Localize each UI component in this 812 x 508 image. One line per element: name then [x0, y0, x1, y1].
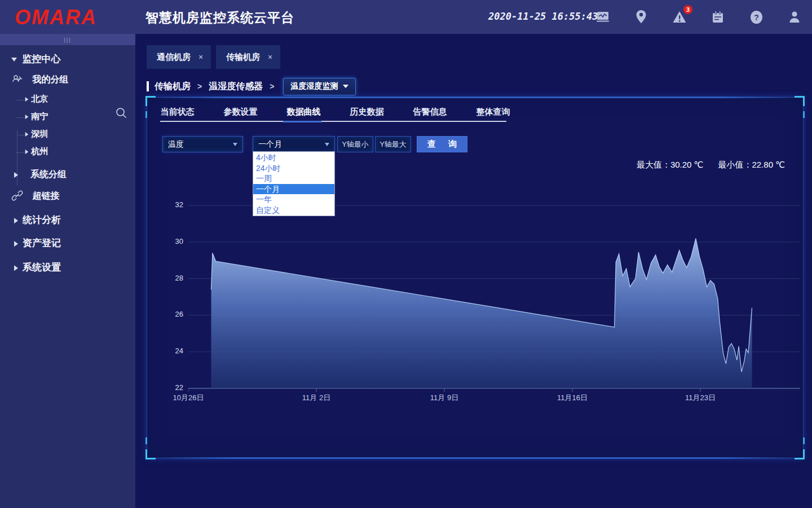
tab-current-status[interactable]: 当前状态	[160, 107, 195, 121]
dropdown-option[interactable]: 24小时	[253, 163, 334, 174]
app-root: OMARA 智慧机房监控系统云平台 2020-11-25 16:55:43 3 …	[0, 0, 812, 508]
chevron-right-icon	[25, 115, 29, 119]
chevron-right-icon	[25, 97, 29, 102]
tab-overall-query[interactable]: 整体查询	[476, 107, 510, 121]
metric-select-value: 温度	[168, 139, 233, 150]
breadcrumb-separator: >	[197, 82, 202, 91]
sidebar-item-label: 杭州	[31, 146, 48, 156]
tab-chip-transmission-room[interactable]: 传输机房 ×	[216, 45, 280, 69]
y-axis-max-button[interactable]: Y轴最大	[375, 136, 411, 152]
sidebar-item-my-groups[interactable]: 我的分组	[0, 73, 135, 86]
min-label: 最小值：	[718, 160, 752, 169]
sidebar-item-system-groups[interactable]: 系统分组	[0, 169, 135, 182]
sidebar-item-label: 监控中心	[22, 54, 60, 64]
dropdown-option[interactable]: 一个月	[253, 184, 334, 195]
sidebar-item-beijing[interactable]: 北京	[0, 94, 135, 107]
close-icon[interactable]: ×	[198, 52, 203, 62]
chevron-down-icon	[233, 143, 237, 146]
x-tick-label: 11月23日	[675, 393, 726, 403]
sidebar-item-label: 资产登记	[23, 238, 61, 248]
x-tick-label: 11月 2日	[291, 393, 342, 403]
detail-panel: 当前状态 参数设置 数据曲线 历史数据 告警信息 整体查询 温度 一个月 Y轴最…	[147, 97, 804, 458]
sidebar-item-statistics[interactable]: 统计分析	[0, 213, 135, 227]
chevron-right-icon	[25, 132, 29, 137]
range-select-dropdown: 4小时24小时一周一个月一年自定义	[253, 151, 335, 216]
frame-notch	[803, 111, 805, 118]
metric-select[interactable]: 温度	[162, 136, 243, 152]
temperature-area-chart[interactable]	[188, 198, 803, 396]
range-select[interactable]: 一个月	[253, 136, 335, 152]
breadcrumb-item[interactable]: 传输机房	[155, 81, 191, 93]
collapse-handle-glyph: |||	[64, 37, 71, 43]
min-value: 22.80 ℃	[752, 160, 785, 169]
y-axis-max-label: Y轴最大	[379, 139, 407, 150]
sidebar-item-system-settings[interactable]: 系统设置	[0, 261, 135, 274]
tab-chip-comm-room[interactable]: 通信机房 ×	[147, 45, 211, 69]
y-tick-label: 30	[164, 237, 183, 246]
device-selector-button[interactable]: 温度湿度监测	[283, 78, 356, 95]
header-icons: 3 ?	[593, 0, 804, 34]
query-button[interactable]: 查 询	[417, 136, 467, 152]
y-axis-min-label: Y轴最小	[342, 139, 369, 150]
frame-notch	[145, 437, 147, 444]
svg-text:?: ?	[754, 12, 759, 21]
dropdown-option[interactable]: 一周	[253, 173, 334, 184]
sidebar-item-shenzhen[interactable]: 深圳	[0, 129, 135, 142]
max-value: 30.20 ℃	[670, 160, 704, 169]
brand-logo: OMARA	[15, 6, 97, 29]
page-title: 智慧机房监控系统云平台	[145, 9, 294, 27]
range-select-value: 一个月	[258, 139, 325, 150]
dropdown-option[interactable]: 自定义	[253, 205, 334, 216]
frame-notch	[803, 437, 805, 444]
sidebar-item-label: 深圳	[31, 129, 48, 138]
breadcrumb-marker	[147, 81, 149, 91]
sidebar-item-label: 北京	[31, 94, 48, 103]
query-button-label: 查 询	[427, 139, 462, 150]
help-icon[interactable]: ?	[747, 7, 766, 27]
sidebar-collapse-handle[interactable]: |||	[0, 34, 135, 45]
chevron-right-icon	[14, 241, 18, 247]
sidebar-item-label: 南宁	[31, 111, 48, 121]
chevron-right-icon	[14, 172, 18, 178]
tab-chip-label: 通信机房	[157, 52, 191, 63]
y-tick-label: 28	[164, 274, 183, 282]
dropdown-option[interactable]: 一年	[253, 194, 334, 205]
stats-readout: 最大值：30.20 ℃最小值：22.80 ℃	[637, 160, 785, 170]
corner-bracket	[795, 96, 805, 106]
link-icon	[11, 190, 23, 202]
close-icon[interactable]: ×	[268, 52, 272, 62]
tab-parameter-settings[interactable]: 参数设置	[223, 107, 258, 121]
sidebar-item-asset-register[interactable]: 资产登记	[0, 237, 135, 250]
corner-bracket	[145, 449, 156, 459]
tab-data-curve[interactable]: 数据曲线	[286, 107, 321, 121]
sidebar-item-monitor-center[interactable]: 监控中心	[0, 52, 135, 66]
dropdown-option[interactable]: 4小时	[253, 152, 334, 163]
user-icon[interactable]	[785, 7, 804, 27]
corner-bracket	[795, 449, 805, 459]
x-tick-label: 10月26日	[163, 393, 214, 403]
tab-history-data[interactable]: 历史数据	[350, 107, 384, 121]
panel-tabs: 当前状态 参数设置 数据曲线 历史数据 告警信息 整体查询	[160, 107, 510, 121]
tab-alarm-info[interactable]: 告警信息	[413, 107, 447, 121]
y-axis-min-button[interactable]: Y轴最小	[337, 136, 373, 152]
calendar-icon[interactable]	[708, 7, 727, 27]
corner-bracket	[145, 96, 156, 106]
x-tick-label: 11月16日	[547, 393, 598, 403]
alert-icon[interactable]: 3	[670, 7, 689, 27]
sidebar-item-nanning[interactable]: 南宁	[0, 111, 135, 125]
sidebar-item-label: 系统设置	[23, 262, 61, 273]
chevron-down-icon	[325, 143, 329, 146]
monitor-chart-icon[interactable]	[593, 7, 612, 27]
breadcrumb-item[interactable]: 温湿度传感器	[209, 81, 263, 93]
active-tab-indicator	[283, 121, 321, 122]
y-tick-label: 32	[164, 200, 183, 209]
tab-underline	[160, 121, 506, 122]
sidebar-item-hyperlink[interactable]: 超链接	[0, 190, 135, 203]
location-pin-icon[interactable]	[632, 7, 651, 27]
chevron-down-icon	[11, 58, 17, 62]
main-content: 通信机房 × 传输机房 × 传输机房 > 温湿度传感器 > 温度湿度监测	[135, 34, 812, 508]
x-tick-label: 11月 9日	[419, 393, 470, 403]
chevron-right-icon	[14, 218, 18, 224]
tab-chip-label: 传输机房	[226, 52, 260, 63]
sidebar-item-hangzhou[interactable]: 杭州	[0, 146, 135, 160]
